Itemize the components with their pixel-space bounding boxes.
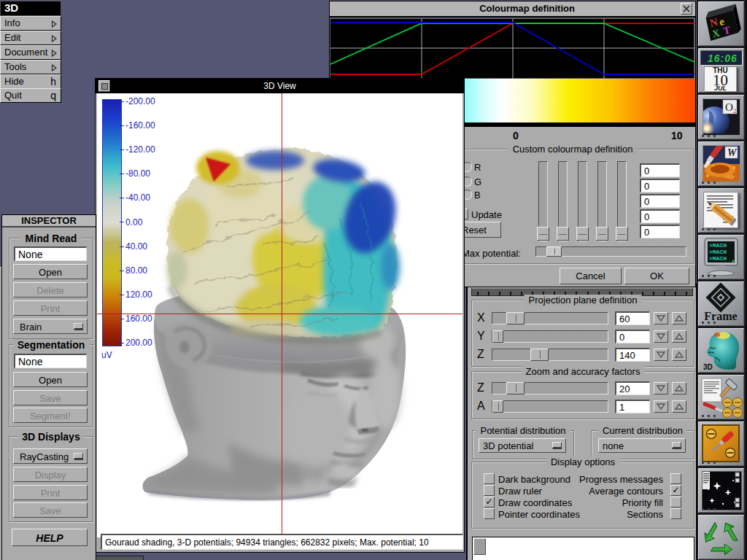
svg-text:>MACH: >MACH [709, 242, 727, 249]
svg-text:O: O [725, 101, 733, 113]
svg-text:3D: 3D [703, 363, 713, 371]
svg-text:>MACH: >MACH [709, 249, 727, 255]
svg-text:Frame: Frame [704, 310, 737, 322]
svg-text:W: W [727, 147, 738, 158]
svg-text:2: 2 [733, 107, 737, 114]
svg-text:>MACH: >MACH [709, 255, 727, 262]
